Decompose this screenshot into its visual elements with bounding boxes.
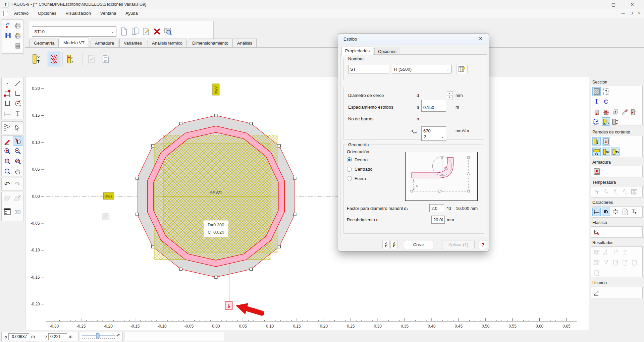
result-moment-button[interactable]: M bbox=[592, 248, 601, 256]
result-rotation-button[interactable]: δ bbox=[611, 248, 620, 256]
polyline-tool[interactable] bbox=[13, 89, 22, 98]
radio-dentro-circle[interactable] bbox=[347, 157, 352, 162]
dimension-lines-button[interactable] bbox=[592, 208, 601, 216]
user-draw-button[interactable] bbox=[592, 288, 601, 296]
nk-button[interactable]: NK bbox=[611, 117, 620, 126]
line-tool[interactable] bbox=[13, 79, 22, 88]
window-maximize-button[interactable]: ▢ bbox=[606, 0, 621, 9]
window-minimize-button[interactable]: — bbox=[588, 0, 603, 9]
stirrup-tool-button[interactable] bbox=[48, 52, 60, 66]
z-coord-input[interactable] bbox=[48, 333, 67, 340]
result-deform3-button[interactable]: δ bbox=[592, 269, 601, 277]
yield-fy-button[interactable]: fy bbox=[602, 117, 610, 126]
temp-table-button[interactable] bbox=[630, 187, 638, 196]
radio-fuera-circle[interactable] bbox=[347, 176, 352, 181]
contour-tool[interactable] bbox=[2, 99, 12, 108]
strain-button[interactable]: εσ bbox=[65, 52, 78, 66]
recalc-button[interactable] bbox=[382, 240, 390, 249]
section-move-button[interactable] bbox=[592, 108, 601, 116]
zoom-in-tool[interactable] bbox=[2, 147, 12, 156]
dialog-close-button[interactable]: ✕ bbox=[475, 36, 486, 41]
pan-tool[interactable] bbox=[13, 167, 22, 176]
radio-centrado-circle[interactable] bbox=[347, 167, 352, 172]
section-origin-button[interactable] bbox=[602, 108, 610, 116]
mdi-minimize-button[interactable]: — bbox=[620, 10, 627, 16]
asw-input[interactable] bbox=[421, 126, 446, 135]
section-ibeam-button[interactable]: I bbox=[592, 98, 601, 106]
verify-button[interactable] bbox=[85, 52, 98, 66]
edit-material-button[interactable] bbox=[456, 64, 468, 74]
section-combo[interactable]: ST10 ⌄ bbox=[32, 26, 116, 37]
tab-dimensionamiento[interactable]: Dimensionamiento bbox=[188, 39, 233, 47]
zoom-window-tool[interactable] bbox=[2, 157, 12, 166]
print-settings-button[interactable] bbox=[13, 31, 22, 40]
elastic-support-button[interactable]: s bbox=[592, 228, 601, 236]
menu-opciones[interactable]: Opciones bbox=[34, 9, 60, 17]
undo-button[interactable]: ↶ bbox=[2, 179, 12, 189]
draw-tool[interactable] bbox=[2, 136, 12, 146]
plane-tool[interactable] bbox=[2, 193, 12, 203]
slider-thumb[interactable] bbox=[96, 333, 99, 338]
tab-analisis-termico[interactable]: Análisis térmico bbox=[148, 39, 187, 47]
dialog-tab-opciones[interactable]: Opciones bbox=[374, 48, 400, 55]
point-tool[interactable] bbox=[2, 79, 12, 88]
wall-vy-button[interactable]: Vy bbox=[592, 148, 601, 156]
wall-tx-button[interactable]: Tx bbox=[611, 148, 620, 156]
result-shear-flow-button[interactable]: V bbox=[602, 258, 610, 267]
spinner-up-icon[interactable]: ▲ bbox=[447, 92, 452, 96]
temp-section-button[interactable]: T bbox=[592, 187, 601, 196]
result-deform1-button[interactable]: δ bbox=[621, 258, 629, 267]
aplicar-button[interactable]: Aplicar (1) bbox=[442, 240, 475, 249]
temp-strain-button[interactable]: ε bbox=[611, 187, 620, 196]
view-3d-button[interactable]: 3D bbox=[13, 207, 22, 216]
auto-recalc-button[interactable] bbox=[390, 240, 398, 249]
sync-button[interactable] bbox=[4, 21, 12, 30]
result-shear-button[interactable]: V bbox=[592, 258, 601, 267]
polygon-tool[interactable] bbox=[2, 89, 12, 98]
material-combo[interactable]: R (S500) ⌄ bbox=[392, 65, 451, 73]
swz-tag[interactable]: SWZ bbox=[103, 193, 114, 199]
slider-undo-icon[interactable]: ↶ bbox=[116, 333, 120, 338]
plane-edit-tool[interactable] bbox=[13, 193, 22, 203]
menu-ayuda[interactable]: Ayuda bbox=[121, 9, 142, 17]
strain-stress-button[interactable]: εσ bbox=[630, 108, 638, 116]
zoom-extents-tool[interactable] bbox=[2, 167, 12, 176]
radio-dentro[interactable]: Dentro bbox=[347, 157, 368, 162]
text-tool[interactable]: T bbox=[13, 109, 22, 118]
radio-centrado[interactable]: Centrado bbox=[347, 167, 372, 172]
spinner-down-icon[interactable]: ▼ bbox=[447, 96, 452, 99]
redo-button[interactable]: ↷ bbox=[13, 179, 22, 189]
copy-section-button[interactable] bbox=[130, 26, 141, 37]
result-deform2-button[interactable]: δ bbox=[630, 258, 638, 267]
temp-curve-button[interactable]: T bbox=[602, 187, 610, 196]
recubrimiento-input[interactable] bbox=[431, 216, 445, 224]
dimension-tool[interactable] bbox=[2, 109, 12, 118]
tab-geometria[interactable]: Geometría bbox=[30, 39, 59, 47]
drawing-canvas[interactable]: SWY SWZ C ASW1 D=0.300 C=0.020 ST -0.30-… bbox=[25, 76, 589, 330]
dialog-tab-propiedades[interactable]: Propiedades bbox=[341, 47, 373, 55]
new-section-button[interactable] bbox=[119, 26, 129, 37]
factor-mandril-input[interactable] bbox=[429, 204, 444, 212]
delete-section-button[interactable] bbox=[152, 26, 162, 37]
menu-archivo[interactable]: Archivo bbox=[10, 9, 33, 17]
wall-stirrup-button[interactable]: U bbox=[602, 137, 610, 146]
section-variable-button[interactable] bbox=[602, 87, 610, 96]
temp-stress-button[interactable]: σ bbox=[621, 187, 629, 196]
c-reference-label[interactable]: C bbox=[103, 214, 137, 220]
reinforcement-button[interactable] bbox=[592, 167, 601, 176]
diametro-spinner[interactable]: ▲ ▼ bbox=[447, 91, 452, 100]
print-button[interactable] bbox=[13, 21, 22, 30]
y-coord-input[interactable] bbox=[8, 333, 29, 340]
section-peel-button[interactable] bbox=[621, 108, 629, 116]
report-button[interactable] bbox=[99, 52, 112, 66]
help-button[interactable]: ? bbox=[479, 240, 487, 249]
swy-tag[interactable]: SWY bbox=[213, 84, 219, 95]
section-skew-button[interactable]: I bbox=[611, 108, 620, 116]
section-marks-button[interactable] bbox=[611, 208, 620, 216]
zoom-previous-tool[interactable] bbox=[13, 157, 22, 166]
tab-modelo-vt[interactable]: Modelo VT bbox=[59, 38, 89, 47]
mdi-close-button[interactable]: ✕ bbox=[636, 10, 643, 16]
select-vertices-tool[interactable] bbox=[2, 123, 12, 133]
menu-ventana[interactable]: Ventana bbox=[96, 9, 120, 17]
tab-armadura[interactable]: Armadura bbox=[91, 39, 118, 47]
